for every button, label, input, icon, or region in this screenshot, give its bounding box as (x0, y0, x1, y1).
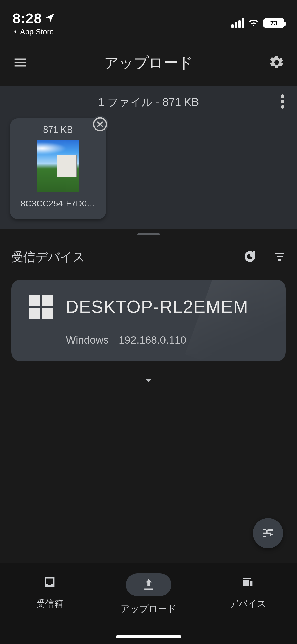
upload-icon (126, 573, 171, 596)
svg-point-1 (281, 100, 284, 103)
device-os: Windows (66, 334, 109, 346)
devices-title: 受信デバイス (11, 249, 85, 265)
file-name: 8C3CC254-F7D0… (15, 199, 101, 208)
file-card[interactable]: 871 KB 8C3CC254-F7D0… (10, 118, 106, 219)
file-section: 1 ファイル - 871 KB 871 KB 8C3CC254-F7D0… (0, 86, 297, 229)
nav-inbox[interactable]: 受信箱 (0, 573, 99, 610)
svg-point-0 (281, 94, 284, 98)
devices-section: 受信デバイス DESKTOP-RL2EMEM Windows 192.168.0… (0, 239, 297, 388)
app-header: アップロード (0, 40, 297, 86)
nav-upload-label: アップロード (121, 603, 176, 615)
page-title: アップロード (104, 53, 193, 73)
refresh-button[interactable] (244, 250, 256, 264)
windows-icon (29, 295, 53, 319)
battery-indicator: 73 (263, 18, 284, 28)
tune-fab[interactable] (253, 518, 283, 548)
inbox-icon (41, 573, 58, 591)
filter-button[interactable] (274, 250, 286, 264)
file-thumbnail (37, 140, 79, 192)
menu-button[interactable] (13, 55, 28, 71)
device-name: DESKTOP-RL2EMEM (66, 297, 248, 317)
device-ip: 192.168.0.110 (119, 334, 186, 346)
location-icon (44, 12, 55, 24)
battery-pct: 73 (270, 19, 278, 27)
settings-button[interactable] (269, 55, 284, 71)
device-card[interactable]: DESKTOP-RL2EMEM Windows 192.168.0.110 (11, 280, 286, 361)
file-summary: 1 ファイル - 871 KB (98, 95, 199, 110)
home-indicator[interactable] (116, 635, 181, 638)
drag-handle[interactable] (0, 229, 297, 239)
expand-button[interactable] (142, 374, 155, 388)
status-time: 8:28 (13, 10, 42, 26)
status-bar: 8:28 App Store 73 (0, 0, 297, 40)
remove-file-button[interactable] (92, 116, 108, 133)
nav-upload[interactable]: アップロード (99, 573, 198, 615)
back-to-app-store[interactable]: App Store (13, 27, 55, 36)
more-options-button[interactable] (281, 94, 284, 110)
wifi-icon (248, 17, 259, 29)
back-label: App Store (20, 27, 54, 36)
file-size: 871 KB (43, 124, 73, 135)
svg-point-2 (281, 105, 284, 109)
devices-icon (239, 573, 256, 591)
svg-rect-4 (275, 253, 284, 254)
nav-inbox-label: 受信箱 (36, 598, 63, 610)
svg-rect-5 (277, 256, 283, 257)
cellular-icon (231, 18, 244, 28)
bottom-nav: 受信箱 アップロード デバイス (0, 563, 297, 644)
svg-rect-6 (278, 259, 281, 261)
nav-devices-label: デバイス (229, 598, 266, 610)
nav-devices[interactable]: デバイス (198, 573, 297, 610)
